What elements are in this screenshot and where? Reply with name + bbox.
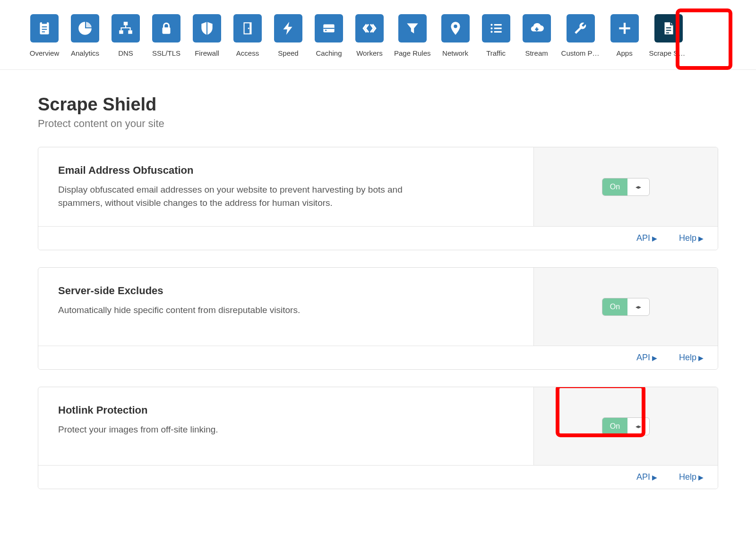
pie-icon [71, 14, 99, 42]
nav-label: Network [442, 49, 468, 57]
nav-item-traffic[interactable]: Traffic [480, 14, 512, 57]
card-side: On◂▸ [533, 147, 718, 226]
nav-label: Analytics [71, 49, 99, 57]
card-footer: API▶Help▶ [38, 346, 718, 369]
nav-item-overview[interactable]: Overview [28, 14, 60, 57]
drive-icon [315, 14, 343, 42]
nav-item-speed[interactable]: Speed [272, 14, 304, 57]
funnel-icon [398, 14, 427, 42]
cloud-icon [523, 14, 551, 42]
nav-item-network[interactable]: Network [439, 14, 472, 57]
clipboard-icon [30, 14, 59, 42]
nav-item-dns[interactable]: DNS [110, 14, 142, 57]
pin-icon [441, 14, 470, 42]
shield-icon [193, 14, 221, 42]
card-side: On◂▸ [533, 387, 718, 465]
nav-item-caching[interactable]: Caching [313, 14, 345, 57]
caret-right-icon: ▶ [698, 354, 704, 362]
caret-right-icon: ▶ [652, 354, 657, 362]
toggle-on-label: On [602, 418, 627, 435]
setting-card: Server-side ExcludesAutomatically hide s… [38, 267, 718, 370]
api-link[interactable]: API▶ [636, 233, 657, 243]
page-title: Scrape Shield [38, 94, 718, 115]
nav-label: DNS [118, 49, 133, 57]
nav-item-ssl-tls[interactable]: SSL/TLS [150, 14, 182, 57]
nav-label: Traffic [486, 49, 506, 57]
nav-label: Stream [525, 49, 548, 57]
caret-right-icon: ▶ [698, 235, 704, 242]
nav-label: Scrape Shi... [649, 49, 688, 57]
card-title: Server-side Excludes [58, 285, 514, 297]
chevrons-icon [355, 14, 384, 42]
toggle-handle-icon: ◂▸ [627, 298, 649, 315]
nav-label: Overview [30, 49, 60, 57]
card-footer: API▶Help▶ [38, 226, 718, 250]
wrench-icon [567, 14, 595, 42]
card-description: Automatically hide specific content from… [58, 304, 417, 317]
nav-item-custom-pa-[interactable]: Custom Pa... [561, 14, 600, 57]
nav-item-stream[interactable]: Stream [521, 14, 553, 57]
api-link[interactable]: API▶ [636, 353, 657, 363]
toggle-handle-icon: ◂▸ [627, 178, 649, 195]
nav-item-firewall[interactable]: Firewall [191, 14, 223, 57]
card-description: Display obfuscated email addresses on yo… [58, 183, 417, 209]
nav-label: Access [236, 49, 259, 57]
nav-item-page-rules[interactable]: Page Rules [394, 14, 431, 57]
toggle-switch[interactable]: On◂▸ [602, 298, 650, 316]
plus-icon [610, 14, 639, 42]
nav-label: Firewall [195, 49, 219, 57]
door-icon [233, 14, 262, 42]
nav-label: Apps [616, 49, 632, 57]
nav-label: Custom Pa... [561, 49, 600, 57]
api-link[interactable]: API▶ [636, 472, 657, 482]
list-icon [482, 14, 510, 42]
caret-right-icon: ▶ [698, 474, 704, 481]
toggle-switch[interactable]: On◂▸ [602, 178, 650, 196]
toggle-on-label: On [602, 178, 627, 195]
nav-item-scrape-shi-[interactable]: Scrape Shi... [649, 14, 688, 57]
nav-item-analytics[interactable]: Analytics [69, 14, 101, 57]
nav-item-access[interactable]: Access [232, 14, 264, 57]
card-footer: API▶Help▶ [38, 465, 718, 489]
card-side: On◂▸ [533, 268, 718, 346]
help-link[interactable]: Help▶ [679, 353, 704, 363]
nav-label: Speed [278, 49, 298, 57]
doc-icon [654, 14, 683, 42]
caret-right-icon: ▶ [652, 474, 657, 481]
nav-label: Caching [316, 49, 342, 57]
page-subtitle: Protect content on your site [38, 118, 718, 130]
nav-label: Page Rules [394, 49, 431, 57]
nav-item-apps[interactable]: Apps [609, 14, 641, 57]
toggle-on-label: On [602, 298, 627, 315]
card-title: Email Address Obfuscation [58, 164, 514, 177]
toggle-switch[interactable]: On◂▸ [602, 417, 650, 435]
sitemap-icon [112, 14, 140, 42]
setting-card: Email Address ObfuscationDisplay obfusca… [38, 147, 718, 250]
help-link[interactable]: Help▶ [679, 233, 704, 243]
card-title: Hotlink Protection [58, 404, 514, 416]
setting-card: Hotlink ProtectionProtect your images fr… [38, 387, 718, 489]
lock-icon [152, 14, 180, 42]
help-link[interactable]: Help▶ [679, 472, 704, 482]
nav-item-workers[interactable]: Workers [353, 14, 386, 57]
toggle-handle-icon: ◂▸ [627, 418, 649, 435]
top-nav-bar: OverviewAnalyticsDNSSSL/TLSFirewallAcces… [0, 0, 756, 70]
nav-label: Workers [356, 49, 383, 57]
card-description: Protect your images from off-site linkin… [58, 423, 417, 436]
caret-right-icon: ▶ [652, 235, 657, 242]
bolt-icon [274, 14, 302, 42]
nav-label: SSL/TLS [152, 49, 180, 57]
